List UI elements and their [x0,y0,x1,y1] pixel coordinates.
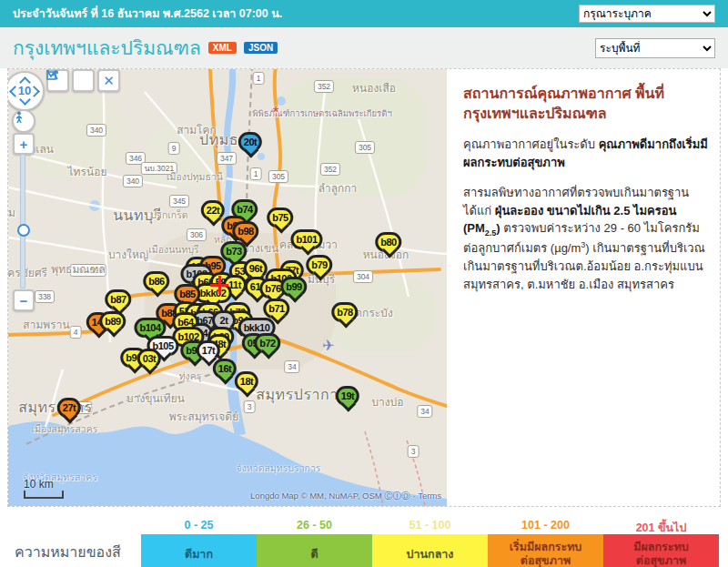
attribution-text: Longdo Map © MM, NuMAP, OSM ⒸⒾⓄ · [250,491,418,501]
aqi-marker[interactable]: b101 [290,229,322,249]
streetview-button[interactable] [12,109,35,133]
aqi-marker[interactable]: b75 [267,208,293,228]
map-place-label: ไทรน้อย [68,163,107,180]
map-toolbar: ✕ [46,69,120,92]
road-shield: 352 [320,163,340,176]
road-shield: 4 [70,326,82,339]
legend-cell-unhealthy-start: เริ่มมีผลกระทบต่อสุขภาพ [488,534,603,567]
legend-range: 101 - 200 [488,519,603,532]
road-shield: 9 [168,142,180,155]
aqi-marker[interactable]: 19t [336,386,359,406]
scale-bar: 10 km [24,478,64,499]
report-panel: สถานการณ์คุณภาพอากาศ พื้นที่กรุงเทพฯและป… [456,69,718,306]
legend-range: 0 - 25 [141,519,257,532]
road-shield: 305 [355,141,375,154]
aqi-marker[interactable]: b89 [99,311,126,331]
road-shield: 305 [268,170,288,183]
road-shield: 306 [187,228,207,241]
zoom-slider[interactable] [20,154,25,289]
aqi-marker[interactable]: 27t [57,398,81,418]
aqi-marker[interactable]: b71 [263,299,289,319]
map-place-label: สมุทรปราการ [256,383,346,406]
map-place-label: เมืองปทุมธานี [167,169,223,185]
report-heading: สถานการณ์คุณภาพอากาศ พื้นที่กรุงเทพฯและป… [463,84,709,123]
legend-range: 201 ขึ้นไป [603,519,719,532]
map-place-label: สมุทรสาคร [18,396,93,419]
map-place-label: เมืองสมุทรสาคร [32,421,98,437]
area-select[interactable]: ระบุพื้นที่ [595,38,715,58]
zoom-out-button[interactable]: − [13,289,35,311]
map-place-label: พระสมุทรเจดีย์ [169,408,238,425]
road-shield: 347 [217,152,237,165]
aqi-marker[interactable]: 22t [201,200,225,220]
airport-icon: ✈ [322,337,334,354]
road-shield: 1 [250,167,262,180]
aqi-marker[interactable]: b99 [280,277,307,297]
aqi-marker[interactable]: b86 [143,271,169,291]
aqi-marker[interactable]: 20t [238,132,262,152]
aqi-marker[interactable]: 17t [197,340,220,360]
zoom-in-button[interactable]: + [13,133,35,155]
page-title: กรุงเทพฯและปริมณฑล [13,33,201,63]
legend-cell-verygood: ดีมาก [141,534,257,567]
aqi-marker[interactable]: 96t [244,258,268,278]
title-band: กรุงเทพฯและปริมณฑล XML JSON ระบุพื้นที่ [0,27,728,68]
aqi-marker[interactable]: b79 [306,255,332,275]
map-place-label: ปากเกร็ด [150,208,187,223]
region-select[interactable]: กรุณาระบุภาค [579,5,715,23]
scale-ruler [24,491,64,499]
json-badge[interactable]: JSON [244,42,278,54]
legend-cell-good: ดี [257,534,372,567]
terms-link[interactable]: Terms [418,491,441,501]
legend-range: 51 - 100 [372,519,488,532]
road-shield: 352 [314,80,334,93]
aqi-marker[interactable]: b80 [375,232,401,252]
legend-caption: ความหมายของสี [15,541,121,563]
content-area: 3403469นบ.302134034534713523053523051306… [7,68,721,507]
report-detail: สารมลพิษทางอากาศที่ตรวจพบเกินมาตรฐานได้แ… [463,184,709,293]
road-shield: 34 [417,405,432,418]
aqi-marker[interactable]: b73 [220,241,247,261]
aqi-marker[interactable]: b104 [134,318,166,338]
map-center-crosshair [210,276,228,294]
road-shield: 3 [244,400,256,413]
map-place-label: พุทธมณฑล [51,260,106,278]
map-place-label: นครชัยศรี [8,264,47,281]
aqi-marker[interactable]: b87 [105,289,131,309]
select-area-button[interactable] [72,69,95,92]
scale-label: 10 km [24,478,64,491]
report-date: ประจำวันจันทร์ ที่ 16 ธันวาคม พ.ศ.2562 เ… [13,5,282,23]
xml-badge[interactable]: XML [208,42,237,54]
map-place-label: ม [8,204,15,221]
pedestrian-icon [14,111,25,124]
map-place-label: * [273,105,278,121]
close-tool-button[interactable]: ✕ [97,69,120,92]
aqi-marker[interactable]: b72 [254,333,280,353]
map-place-label: ทุ่งครุ [179,369,202,384]
aqi-marker[interactable]: 03t [137,349,161,369]
map-place-label: ลำลูกกา [318,179,358,197]
aqi-marker[interactable]: 16t [213,359,237,379]
map-place-label: สามพราน [23,316,69,333]
road-shield: 3 [408,445,420,458]
road-shield: 340 [123,175,143,187]
road-shield: 1 [253,72,265,85]
top-bar: ประจำวันจันทร์ ที่ 16 ธันวาคม พ.ศ.2562 เ… [0,0,728,27]
map-place-label: หนองเสือ [352,79,396,96]
map-place-label: บางบ่อ [371,393,403,410]
map-place-label: เมืองนนทบุรี [148,242,199,258]
map-canvas[interactable]: 3403469นบ.302134034534713523053523051306… [8,69,447,506]
legend-range: 26 - 50 [257,519,372,532]
aqi-marker[interactable]: b78 [331,302,358,322]
zoom-slider-handle[interactable] [17,224,30,237]
aqi-marker[interactable]: 18t [235,371,258,391]
map-place-label: จังหวัดสมุทรปราการ [237,461,321,476]
road-shield: 304 [353,270,373,283]
aqi-marker[interactable]: b98 [232,221,258,241]
map-place-label: บางขุนเทียน [126,390,185,407]
road-shield: 345 [169,195,189,208]
map-attribution: Longdo Map © MM, NuMAP, OSM ⒸⒾⓄ · Terms [250,491,441,502]
road-shield: 340 [86,124,106,137]
box-select-icon [46,69,58,81]
legend-cell-unhealthy: มีผลกระทบต่อสุขภาพ [603,534,719,567]
